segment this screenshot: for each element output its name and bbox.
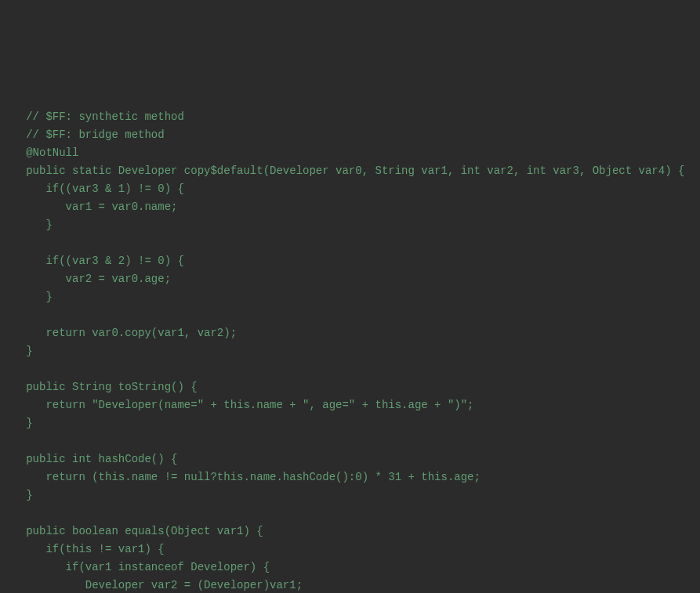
code-line — [6, 504, 700, 522]
code-line: } — [6, 486, 700, 504]
code-line: if(this != var1) { — [6, 541, 700, 559]
code-line: // $FF: synthetic method — [6, 108, 700, 126]
code-line: } — [6, 288, 700, 306]
code-line: return "Developer(name=" + this.name + "… — [6, 396, 700, 414]
code-line: public String toString() { — [6, 378, 700, 396]
code-line: } — [6, 342, 700, 360]
code-line: if((var3 & 1) != 0) { — [6, 180, 700, 198]
code-line — [6, 360, 700, 378]
code-line: public boolean equals(Object var1) { — [6, 522, 700, 541]
code-line — [6, 234, 700, 252]
code-line: // $FF: bridge method — [6, 126, 700, 144]
code-line: } — [6, 414, 700, 432]
code-line: public int hashCode() { — [6, 450, 700, 468]
code-editor-viewport: // $FF: synthetic method // $FF: bridge … — [0, 72, 700, 593]
code-line: public static Developer copy$default(Dev… — [6, 162, 700, 180]
code-line: Developer var2 = (Developer)var1; — [6, 577, 700, 593]
code-line — [6, 432, 700, 450]
code-line: return (this.name != null?this.name.hash… — [6, 468, 700, 486]
code-line: var2 = var0.age; — [6, 270, 700, 288]
code-line: @NotNull — [6, 144, 700, 162]
code-line: return var0.copy(var1, var2); — [6, 324, 700, 342]
code-line: if(var1 instanceof Developer) { — [6, 559, 700, 577]
code-line — [6, 306, 700, 324]
code-line: var1 = var0.name; — [6, 198, 700, 216]
code-content: // $FF: synthetic method // $FF: bridge … — [6, 108, 700, 593]
code-line: } — [6, 216, 700, 234]
code-line: if((var3 & 2) != 0) { — [6, 252, 700, 270]
